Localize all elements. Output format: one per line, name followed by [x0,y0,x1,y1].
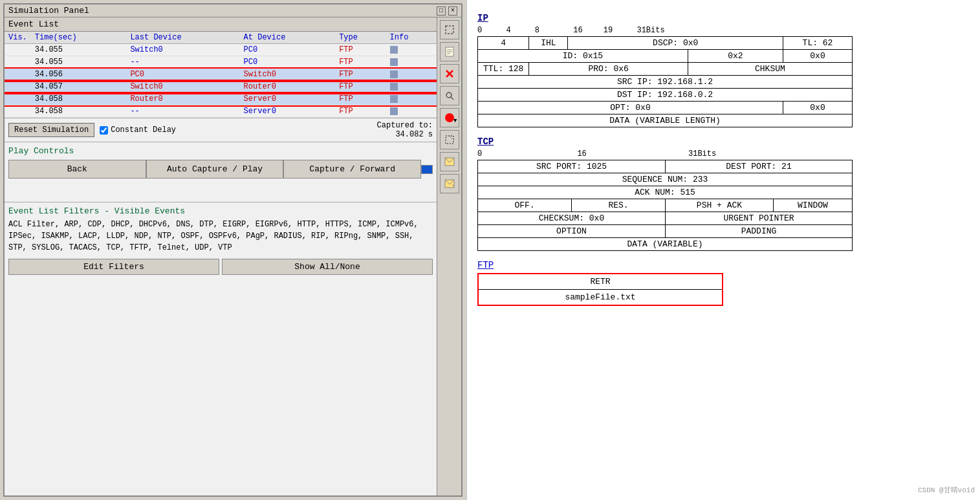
ftp-table: RETR sampleFile.txt [477,273,723,306]
table-row[interactable]: 34.056PC0Switch0FTP [5,69,437,81]
col-last-device: Last Device [126,32,239,44]
table-cell: FTP [335,56,386,69]
table-cell [5,93,31,105]
envelope2-icon[interactable] [440,174,459,193]
table-cell: 34.055 [31,44,127,56]
ip-row-src: SRC IP: 192.168.1.2 [478,76,853,89]
play-controls-section: Play Controls Back Auto Capture / Play C… [5,142,437,182]
play-active-indicator [421,165,433,174]
captured-label: Captured to: [377,121,433,130]
filters-title: Event List Filters - Visible Events [8,206,433,216]
col-vis: Vis. [5,32,31,44]
titlebar-buttons: □ × [437,6,457,16]
ip-row-1: 4 IHL DSCP: 0x0 TL: 62 [478,37,853,50]
search-icon[interactable] [440,86,459,105]
table-cell [386,81,437,93]
table-row[interactable]: 34.055--PC0FTP [5,56,437,69]
constant-delay-checkbox[interactable] [100,126,108,135]
event-table-container: Vis. Time(sec) Last Device At Device Typ… [5,32,437,118]
table-cell: FTP [335,93,386,105]
capture-forward-button[interactable]: Capture / Forward [283,160,421,179]
back-button[interactable]: Back [8,160,146,179]
close-button[interactable]: × [448,6,457,16]
note-icon[interactable] [440,42,459,61]
main-area: Event List Vis. Time(sec) Last Device At… [5,17,437,495]
color-box [390,71,398,78]
left-panel: Simulation Panel □ × Event List Vis. [0,0,466,500]
col-time: Time(sec) [31,32,127,44]
table-cell [5,81,31,93]
table-cell: FTP [335,44,386,56]
ip-section-title: IP [477,13,970,23]
right-toolbar: ▼ [437,17,461,495]
table-cell: FTP [335,81,386,93]
table-cell [5,105,31,118]
play-buttons-row: Back Auto Capture / Play Capture / Forwa… [8,160,433,179]
table-cell [386,69,437,81]
table-cell: FTP [335,69,386,81]
table-cell: PC0 [240,44,336,56]
ftp-row-filename: sampleFile.txt [478,290,723,306]
table-cell: Server0 [240,93,336,105]
table-row[interactable]: 34.055Switch0PC0FTP [5,44,437,56]
panel-titlebar: Simulation Panel □ × [5,5,461,17]
right-panel: IP 0 4 8 16 19 31Bits 4 IHL DSCP: 0x0 TL… [466,0,980,500]
panel-content: Event List Vis. Time(sec) Last Device At… [5,17,461,495]
red-dot [445,113,454,122]
ip-row-opt: OPT: 0x0 0x0 [478,102,853,114]
filters-section: Event List Filters - Visible Events ACL … [5,202,437,495]
table-cell: PC0 [126,69,239,81]
table-cell [386,93,437,105]
minimize-button[interactable]: □ [437,6,446,16]
table-cell: Switch0 [240,69,336,81]
table-row[interactable]: 34.057Switch0Router0FTP [5,81,437,93]
table-cell: 34.056 [31,69,127,81]
color-box [390,107,398,115]
constant-delay-label: Constant Delay [100,125,176,135]
x-close-icon[interactable] [440,64,459,83]
csdn-watermark: CSDN @甘晴void [918,485,975,495]
auto-capture-play-button[interactable]: Auto Capture / Play [146,160,284,179]
table-cell [386,105,437,118]
color-box [390,95,398,103]
tcp-bits-header: 0 16 31Bits [477,149,970,158]
table-cell: 34.057 [31,81,127,93]
simulation-panel: Simulation Panel □ × Event List Vis. [3,3,463,497]
dashed-rect-icon[interactable] [440,20,459,39]
panel-title: Simulation Panel [8,6,89,16]
play-controls-label: Play Controls [8,146,433,156]
table-cell: Server0 [240,105,336,118]
envelope-icon[interactable] [440,152,459,171]
reset-simulation-button[interactable]: Reset Simulation [8,123,94,137]
ip-row-dst: DST IP: 192.168.0.2 [478,89,853,102]
ip-table: 4 IHL DSCP: 0x0 TL: 62 ID: 0x15 0x2 0x0 … [477,36,853,127]
table-row[interactable]: 34.058--Server0FTP [5,105,437,118]
table-cell: 34.058 [31,93,127,105]
tcp-section-title: TCP [477,136,970,147]
tcp-row-seq: SEQUENCE NUM: 233 [478,173,853,186]
table-cell: Switch0 [126,44,239,56]
event-list-header: Event List [5,17,437,32]
table-cell [5,69,31,81]
table-cell: Router0 [240,81,336,93]
svg-rect-0 [446,26,453,34]
tcp-row-option: OPTION PADDING [478,225,853,238]
ftp-section-title[interactable]: FTP [477,260,970,270]
table-row[interactable]: 34.058Router0Server0FTP [5,93,437,105]
table-cell [5,44,31,56]
table-cell [386,56,437,69]
color-box [390,83,398,91]
show-all-none-button[interactable]: Show All/None [222,259,433,275]
tcp-row-ack: ACK NUM: 515 [478,186,853,199]
table-cell: PC0 [240,56,336,69]
svg-line-10 [450,136,453,140]
table-cell: -- [126,56,239,69]
table-cell: Router0 [126,93,239,105]
event-list-label: Event List [8,19,59,29]
record-icon[interactable]: ▼ [440,108,459,127]
col-at-device: At Device [240,32,336,44]
dashed-select-icon[interactable] [440,130,459,149]
table-cell: 34.055 [31,56,127,69]
edit-filters-button[interactable]: Edit Filters [8,259,219,275]
table-cell: Switch0 [126,81,239,93]
